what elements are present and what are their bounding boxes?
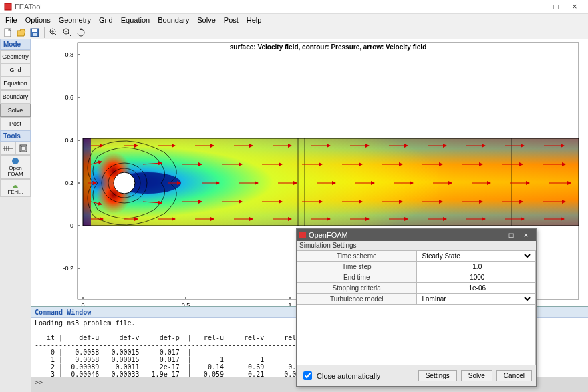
close-automatically-checkbox[interactable]: Close automatically [301, 369, 380, 382]
close-automatically-label: Close automatically [317, 372, 380, 380]
solver-openfoam[interactable]: Open FOAM [0, 155, 31, 179]
row-time-scheme-label: Time scheme [297, 251, 417, 262]
row-stopping-label: Stopping criteria [297, 283, 417, 294]
menu-solve[interactable]: Solve [193, 15, 220, 25]
stopping-criteria-input[interactable] [420, 284, 536, 292]
svg-text:0.2: 0.2 [65, 180, 74, 186]
svg-point-18 [12, 158, 19, 164]
menu-file[interactable]: File [1, 15, 21, 25]
tools-header: Tools [0, 130, 31, 142]
svg-text:0.4: 0.4 [65, 137, 74, 144]
svg-line-10 [68, 33, 71, 36]
close-button[interactable]: × [565, 2, 584, 11]
mode-grid[interactable]: Grid [0, 63, 31, 77]
solve-button[interactable]: Solve [461, 370, 492, 381]
dialog-minimize-button[interactable]: — [489, 231, 504, 239]
window-titlebar: FEATool — □ × [0, 0, 588, 14]
open-icon[interactable] [16, 27, 27, 38]
menu-geometry[interactable]: Geometry [55, 15, 95, 25]
menu-bar: File Options Geometry Grid Equation Boun… [0, 14, 588, 26]
close-automatically-input[interactable] [303, 371, 312, 380]
dialog-maximize-button[interactable]: □ [504, 231, 519, 239]
settings-table: Time scheme Steady State Time step End t… [297, 250, 536, 305]
mode-boundary[interactable]: Boundary [0, 90, 31, 104]
menu-equation[interactable]: Equation [117, 15, 154, 25]
svg-text:-0.2: -0.2 [63, 265, 74, 272]
menu-grid[interactable]: Grid [95, 15, 117, 25]
app-icon [4, 3, 12, 11]
maximize-button[interactable]: □ [547, 2, 565, 11]
cancel-button[interactable]: Cancel [496, 370, 532, 381]
mode-header: Mode [0, 39, 31, 50]
save-icon[interactable] [29, 27, 40, 38]
svg-rect-17 [21, 146, 25, 150]
menu-help[interactable]: Help [243, 15, 266, 25]
svg-rect-3 [32, 29, 37, 32]
toolbar [0, 26, 588, 40]
menu-post[interactable]: Post [220, 15, 243, 25]
svg-point-44 [114, 172, 135, 194]
mode-equation[interactable]: Equation [0, 77, 31, 90]
new-icon[interactable] [3, 27, 13, 38]
mode-post[interactable]: Post [0, 117, 31, 130]
end-time-input[interactable] [420, 273, 536, 282]
menu-options[interactable]: Options [21, 15, 55, 25]
plot-title: surface: Velocity field, contour: Pressu… [230, 43, 427, 51]
minimize-button[interactable]: — [528, 2, 547, 11]
zoom-out-icon[interactable] [62, 27, 73, 38]
rotate-icon[interactable] [76, 27, 86, 38]
solver-fenics-label: FEni... [7, 189, 23, 195]
svg-text:0.6: 0.6 [65, 94, 74, 101]
mode-geometry[interactable]: Geometry [0, 50, 31, 63]
dialog-title: OpenFOAM [309, 231, 348, 239]
svg-text:0.8: 0.8 [65, 51, 74, 58]
zoom-in-icon[interactable] [49, 27, 59, 38]
row-time-step-label: Time step [297, 262, 417, 272]
dialog-blank-area [297, 305, 536, 365]
openfoam-dialog: OpenFOAM — □ × Simulation Settings Time … [296, 228, 537, 387]
time-scheme-select[interactable]: Steady State [420, 252, 533, 260]
dialog-close-button[interactable]: × [519, 231, 533, 239]
window-title: FEATool [15, 3, 42, 11]
left-sidebar: Mode Geometry Grid Equation Boundary Sol… [0, 39, 31, 392]
mode-solve[interactable]: Solve [0, 104, 31, 117]
row-end-time-label: End time [297, 272, 417, 283]
solver-fenics[interactable]: FEni... [0, 179, 31, 197]
menu-boundary[interactable]: Boundary [154, 15, 193, 25]
tool-solve-default-icon[interactable] [0, 142, 15, 155]
dialog-subtitle: Simulation Settings [297, 241, 536, 250]
svg-line-6 [55, 33, 57, 36]
svg-text:0: 0 [70, 222, 74, 229]
svg-rect-113 [299, 232, 306, 238]
dialog-app-icon [299, 232, 306, 238]
time-step-input[interactable] [420, 262, 536, 271]
solver-openfoam-label: Open FOAM [7, 165, 23, 177]
svg-rect-0 [5, 3, 11, 10]
row-turbulence-label: Turbulence model [297, 294, 417, 305]
dialog-titlebar[interactable]: OpenFOAM — □ × [297, 229, 536, 241]
settings-button[interactable]: Settings [418, 370, 457, 381]
tool-solve-restart-icon[interactable] [15, 142, 31, 155]
turbulence-model-select[interactable]: Laminar [420, 295, 533, 303]
svg-rect-4 [33, 33, 37, 36]
